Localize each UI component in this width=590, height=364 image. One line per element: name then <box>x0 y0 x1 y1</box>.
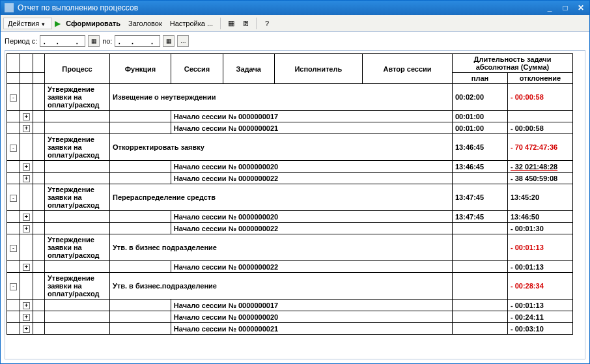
process-cell <box>45 161 110 173</box>
session-row: +Начало сессии № 0000000022- 00:01:13 <box>7 261 573 273</box>
tree-toggle[interactable]: + <box>23 264 30 271</box>
session-label: Начало сессии № 0000000017 <box>171 300 452 311</box>
tree-toggle[interactable]: + <box>23 163 30 171</box>
deviation-cell: - 00:03:10 <box>508 323 573 335</box>
group-row: -Утверждение заявки на оплату/расходУтв.… <box>7 234 573 261</box>
minimize-button[interactable]: _ <box>542 2 557 14</box>
session-label: Начало сессии № 0000000022 <box>171 261 452 273</box>
tree-toggle[interactable]: + <box>23 326 30 333</box>
help-icon[interactable]: ? <box>261 18 273 29</box>
export-icon[interactable]: 🖹 <box>240 18 251 29</box>
session-label: Начало сессии № 0000000021 <box>171 323 452 335</box>
tree-toggle[interactable]: + <box>23 225 30 232</box>
deviation-cell: - 00:01:13 <box>508 300 573 311</box>
function-cell <box>110 161 171 173</box>
plan-cell <box>453 223 508 234</box>
deviation-cell: - 38 450:59:08 <box>508 173 573 184</box>
settings-button[interactable]: Настройка ... <box>167 18 216 29</box>
period-from-input[interactable] <box>40 35 85 47</box>
plan-cell <box>453 173 508 184</box>
process-cell <box>45 122 110 134</box>
plan-cell: 00:02:00 <box>453 84 508 111</box>
header-button[interactable]: Заголовок <box>126 18 165 29</box>
col-plan: план <box>453 73 508 84</box>
session-row: +Начало сессии № 0000000022- 38 450:59:0… <box>7 173 573 184</box>
function-cell <box>110 223 171 234</box>
tree-toggle[interactable]: + <box>23 314 30 321</box>
period-ellipsis-button[interactable]: … <box>177 35 189 47</box>
process-cell: Утверждение заявки на оплату/расход <box>45 134 110 161</box>
deviation-cell: - 70 472:47:36 <box>508 134 573 161</box>
tree-toggle[interactable]: + <box>23 113 30 120</box>
report-area[interactable]: Процесс Функция Сессия Задача Исполнител… <box>5 50 585 359</box>
process-cell: Утверждение заявки на оплату/расход <box>45 234 110 261</box>
plan-cell: 13:46:45 <box>453 161 508 173</box>
tree-toggle[interactable]: - <box>10 195 17 202</box>
function-cell <box>110 261 171 273</box>
deviation-cell: - 00:00:58 <box>508 84 573 111</box>
deviation-cell: - 00:01:13 <box>508 234 573 261</box>
col-process: Процесс <box>45 54 110 84</box>
session-row: +Начало сессии № 0000000022- 00:01:30 <box>7 223 573 234</box>
process-cell: Утверждение заявки на оплату/расход <box>45 184 110 211</box>
function-cell: Утв. в бизнес.подразделение <box>110 273 453 300</box>
period-from-calendar-button[interactable]: ▦ <box>88 35 100 47</box>
col-function: Функция <box>110 54 171 84</box>
col-executor: Исполнитель <box>274 54 363 84</box>
session-row: +Начало сессии № 000000002013:47:4513:46… <box>7 211 573 223</box>
session-label: Начало сессии № 0000000017 <box>171 111 452 122</box>
process-cell <box>45 261 110 273</box>
tree-toggle[interactable]: - <box>10 94 17 102</box>
deviation-cell <box>508 111 573 122</box>
function-cell: Утв. в бизнес подразделение <box>110 234 453 261</box>
tree-toggle[interactable]: + <box>23 175 30 182</box>
tree-toggle[interactable]: + <box>23 302 30 309</box>
process-cell <box>45 173 110 184</box>
function-cell <box>110 311 171 323</box>
function-cell: Извещение о неутверждении <box>110 84 453 111</box>
process-cell <box>45 323 110 335</box>
maximize-button[interactable]: □ <box>558 2 572 14</box>
period-to-input[interactable] <box>115 35 160 47</box>
plan-cell: 13:46:45 <box>453 134 508 161</box>
plan-cell: 00:01:00 <box>453 122 508 134</box>
table-icon[interactable]: ▦ <box>225 18 237 29</box>
window: Отчет по выполнению процессов _ □ ✕ Дейс… <box>0 0 590 364</box>
process-cell: Утверждение заявки на оплату/расход <box>45 84 110 111</box>
tree-toggle[interactable]: + <box>23 125 30 132</box>
session-row: +Начало сессии № 0000000017- 00:01:13 <box>7 300 573 311</box>
plan-cell <box>453 323 508 335</box>
deviation-cell: - 00:24:11 <box>508 311 573 323</box>
period-to-calendar-button[interactable]: ▦ <box>163 35 175 47</box>
period-to-label: по: <box>102 37 112 45</box>
function-cell <box>110 211 171 223</box>
col-deviation: отклонение <box>508 73 573 84</box>
tree-toggle[interactable]: - <box>10 283 17 290</box>
report-table: Процесс Функция Сессия Задача Исполнител… <box>7 53 573 335</box>
deviation-cell: - 00:01:13 <box>508 261 573 273</box>
session-row: +Начало сессии № 0000000021- 00:03:10 <box>7 323 573 335</box>
session-label: Начало сессии № 0000000022 <box>171 173 452 184</box>
app-icon <box>5 3 14 12</box>
group-row: -Утверждение заявки на оплату/расходИзве… <box>7 84 573 111</box>
actions-dropdown[interactable]: Действия <box>3 18 52 29</box>
tree-toggle[interactable]: - <box>10 145 17 152</box>
tree-toggle[interactable]: - <box>10 245 17 252</box>
close-button[interactable]: ✕ <box>574 2 588 14</box>
session-row: +Начало сессии № 000000002013:46:45- 32 … <box>7 161 573 173</box>
tree-toggle[interactable]: + <box>23 214 30 221</box>
session-label: Начало сессии № 0000000020 <box>171 211 452 223</box>
generate-button[interactable]: Сформировать <box>63 18 123 29</box>
session-row: +Начало сессии № 000000001700:01:00 <box>7 111 573 122</box>
col-author: Автор сессии <box>363 54 453 84</box>
period-row: Период с: ▦ по: ▦ … <box>1 32 589 50</box>
process-cell <box>45 211 110 223</box>
plan-cell <box>453 311 508 323</box>
process-cell <box>45 111 110 122</box>
plan-cell: 13:47:45 <box>453 184 508 211</box>
plan-cell <box>453 234 508 261</box>
plan-cell: 00:01:00 <box>453 111 508 122</box>
deviation-cell: - 32 021:48:28 <box>508 161 573 173</box>
session-row: +Начало сессии № 000000002100:01:00- 00:… <box>7 122 573 134</box>
plan-cell: 13:47:45 <box>453 211 508 223</box>
